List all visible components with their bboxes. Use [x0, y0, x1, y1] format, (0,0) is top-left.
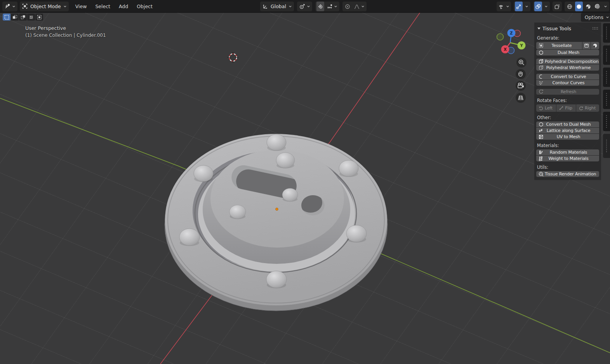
object-origin-dot: [276, 208, 278, 210]
random-materials-button[interactable]: Random Materials: [536, 149, 599, 155]
sidebar-tab[interactable]: [603, 45, 610, 65]
hexagon-icon: [538, 121, 544, 127]
transform-orientation-dropdown[interactable]: Global: [260, 2, 294, 11]
select-mode-subtract[interactable]: [19, 14, 27, 21]
uv-to-mesh-button[interactable]: UV to Mesh: [536, 134, 599, 140]
tessellate-icon: [538, 43, 544, 49]
render-animation-icon: [538, 171, 544, 177]
show-overlays-toggle[interactable]: [534, 2, 542, 11]
chevron-down-icon: [604, 5, 607, 8]
gizmo-y-label: Y: [520, 43, 523, 48]
chevron-down-icon: [288, 5, 292, 8]
show-gizmo-toggle[interactable]: [515, 2, 523, 11]
axis-orbit-gizmo[interactable]: Z Y X: [497, 29, 526, 54]
shading-dropdown[interactable]: [603, 2, 608, 11]
chevron-down-icon: [334, 5, 337, 8]
gizmo-z-label: Z: [510, 31, 513, 35]
tessellate-button[interactable]: Tessellate: [536, 42, 582, 49]
xray-toggle[interactable]: [553, 2, 562, 11]
material-swatch-icon: [538, 149, 544, 155]
overlays-dropdown[interactable]: [544, 2, 549, 11]
camera-view-button[interactable]: [516, 81, 526, 91]
hexagon-icon: [538, 50, 544, 55]
mode-dropdown[interactable]: Object Mode: [20, 2, 69, 11]
sidebar-tab-active[interactable]: [603, 134, 610, 158]
chevron-down-icon: [544, 5, 548, 8]
panel-grip-icon[interactable]: [592, 27, 598, 30]
cube-wireframe-icon: [538, 65, 544, 71]
rotate-faces-right-button[interactable]: Right: [576, 104, 599, 112]
proportional-falloff-dropdown[interactable]: [353, 2, 365, 11]
polyhedral-wireframe-button[interactable]: Polyhedral Wireframe: [536, 65, 599, 71]
viewport-nav-buttons: [516, 57, 527, 103]
tessellate-component-button[interactable]: [582, 42, 591, 49]
panel-header[interactable]: Tissue Tools: [536, 24, 599, 32]
tessellate-merge-button[interactable]: [591, 42, 599, 49]
sidebar-tab[interactable]: [603, 23, 610, 43]
pivot-point-dropdown[interactable]: [297, 2, 312, 11]
header-menus: View Select Add Object: [71, 0, 157, 13]
refresh-button[interactable]: Refresh: [536, 89, 599, 95]
gizmo-axis-neg-y[interactable]: [497, 34, 504, 40]
perspective-toggle-button[interactable]: [516, 93, 526, 103]
shading-material-button[interactable]: [584, 2, 592, 11]
bolt-dome: [229, 205, 246, 219]
tissue-tools-panel: Tissue Tools Generate: Tessellate: [534, 23, 601, 180]
weight-to-materials-button[interactable]: Weight to Materials: [536, 156, 599, 161]
chevron-down-icon: [12, 5, 16, 8]
menu-add[interactable]: Add: [115, 0, 132, 13]
shading-rendered-button[interactable]: [594, 2, 601, 11]
mesh-object-cylinder-001[interactable]: [165, 134, 388, 311]
pivot-point-icon: [299, 3, 305, 10]
snap-increment-icon: [327, 3, 333, 10]
bolt-dome: [282, 188, 298, 201]
zoom-view-button[interactable]: [516, 57, 527, 68]
contour-curves-icon: [538, 80, 544, 86]
editor-type-menu[interactable]: [2, 2, 17, 11]
vertex-group-icon: [538, 156, 544, 161]
lattice-along-surface-button[interactable]: Lattice along Surface: [536, 128, 599, 133]
snapping-controls: [315, 2, 339, 11]
mode-label: Object Mode: [30, 3, 62, 9]
shading-wireframe-button[interactable]: [566, 2, 574, 11]
shading-mode-controls: [565, 2, 609, 11]
sidebar-tab[interactable]: [603, 112, 610, 131]
convert-to-dual-mesh-button[interactable]: Convert to Dual Mesh: [536, 121, 599, 127]
sidebar-tab[interactable]: [603, 68, 610, 87]
sphere-quarter-icon: [592, 43, 598, 49]
rotate-faces-flip-button[interactable]: Flip: [556, 104, 576, 112]
shading-solid-button[interactable]: [575, 2, 583, 11]
chevron-down-icon: [606, 16, 609, 19]
menu-object[interactable]: Object: [132, 0, 157, 13]
options-dropdown[interactable]: Options: [581, 13, 610, 22]
chevron-down-icon: [361, 5, 365, 8]
object-type-visibility-dropdown[interactable]: [497, 2, 511, 11]
orientation-label: Global: [270, 3, 287, 9]
convert-to-curve-button[interactable]: Convert to Curve: [536, 74, 599, 80]
select-mode-intersect[interactable]: [35, 14, 43, 21]
rotate-faces-left-button[interactable]: Left: [536, 104, 556, 112]
panel-collapse-icon: [537, 28, 540, 29]
menu-view[interactable]: View: [71, 0, 91, 13]
chevron-down-icon: [63, 5, 67, 8]
viewport-header: Object Mode View Select Add Object Globa…: [0, 0, 610, 13]
proportional-edit-toggle[interactable]: [344, 2, 351, 11]
editor-3d-viewport-icon: [4, 3, 10, 9]
sidebar-tab[interactable]: [603, 90, 610, 109]
overlays-icon: [535, 3, 541, 10]
select-mode-extend[interactable]: [11, 14, 19, 21]
curve-icon: [538, 74, 544, 80]
gizmo-dropdown[interactable]: [524, 2, 529, 11]
pan-view-hand-button[interactable]: [516, 69, 526, 79]
dual-mesh-button[interactable]: Dual Mesh: [536, 50, 599, 55]
polyhedral-decomposition-button[interactable]: Polyhedral Decomposition: [536, 59, 599, 64]
utils-section-label: Utils:: [537, 165, 598, 170]
select-mode-invert[interactable]: [27, 14, 35, 21]
menu-select[interactable]: Select: [91, 0, 115, 13]
sidebar-tab-strip: [603, 23, 610, 158]
select-mode-set[interactable]: [3, 14, 10, 21]
snap-toggle[interactable]: [316, 2, 324, 11]
tissue-render-animation-button[interactable]: Tissue Render Animation: [536, 171, 599, 177]
contour-curves-button[interactable]: Contour Curves: [536, 80, 599, 86]
snap-target-dropdown[interactable]: [326, 2, 338, 11]
